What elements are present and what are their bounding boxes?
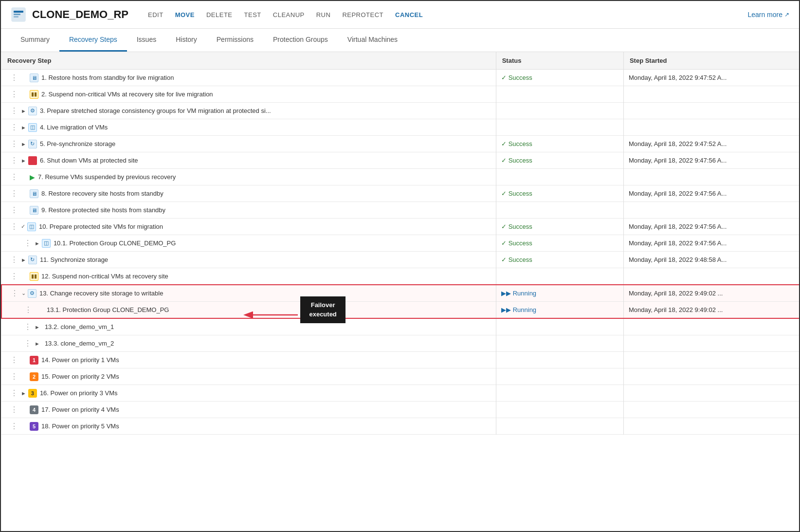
drag-handle[interactable]: ⋮ [10, 106, 18, 115]
started-cell: Monday, April 18, 2022 9:47:56 A... [623, 185, 799, 202]
tab-issues[interactable]: Issues [127, 29, 166, 52]
step-text: 4. Live migration of VMs [40, 124, 108, 131]
expand-icon[interactable]: ► [21, 158, 26, 164]
tab-permissions[interactable]: Permissions [207, 29, 263, 52]
tab-history[interactable]: History [166, 29, 207, 52]
nav-test[interactable]: TEST [244, 9, 261, 20]
started-cell [623, 368, 799, 385]
status-success: ✓Success [501, 256, 618, 263]
expand-icon[interactable]: ► [21, 125, 26, 130]
started-cell: Monday, April 18, 2022 9:47:56 A... [623, 219, 799, 235]
drag-handle[interactable]: ⋮ [10, 189, 18, 198]
status-cell [496, 352, 623, 368]
started-cell [623, 119, 799, 136]
step-cell: ⋮ 🖥 1. Restore hosts from standby for li… [1, 70, 496, 86]
expand-icon[interactable]: ► [35, 341, 40, 347]
status-cell [496, 418, 623, 435]
step-cell: ⋮ ► ◫ 10.1. Protection Group CLONE_DEMO_… [1, 235, 496, 252]
step-row-content: ⋮ ► 3 16. Power on priority 3 VMs [6, 388, 491, 398]
started-cell [623, 402, 799, 418]
step-row-content: ⋮ 🖥 1. Restore hosts from standby for li… [6, 73, 491, 82]
expand-icon[interactable]: ► [21, 108, 26, 114]
check-icon: ✓ [501, 140, 507, 147]
started-cell: Monday, April 18, 2022 9:47:52 A... [623, 70, 799, 86]
tab-summary[interactable]: Summary [11, 29, 59, 52]
vm-icon: ◫ [27, 222, 36, 231]
step-row-content: ⋮ ► ◫ 4. Live migration of VMs [6, 123, 491, 132]
drag-handle[interactable]: ⋮ [10, 139, 18, 148]
nav-move[interactable]: MOVE [175, 9, 195, 20]
started-cell: Monday, April 18, 2022 9:49:02 ... [623, 302, 799, 319]
step-row-content: ⋮ ▮▮ 2. Suspend non-critical VMs at reco… [6, 90, 491, 99]
nav-cancel[interactable]: CANCEL [395, 9, 423, 20]
tab-protection-groups[interactable]: Protection Groups [263, 29, 338, 52]
expand-icon[interactable]: ► [21, 390, 26, 396]
table-row: ⋮ ► ◫ 10.1. Protection Group CLONE_DEMO_… [1, 235, 799, 252]
drag-handle[interactable]: ⋮ [10, 172, 18, 182]
drag-handle[interactable]: ⋮ [10, 405, 18, 414]
nav-run[interactable]: RUN [316, 9, 331, 20]
tab-virtual-machines[interactable]: Virtual Machines [338, 29, 407, 52]
server-icon: 🖥 [30, 73, 38, 82]
annotation-arrow [242, 306, 300, 324]
step-text: 8. Restore recovery site hosts from stan… [41, 190, 164, 197]
table-row: ⋮ 🖥 1. Restore hosts from standby for li… [1, 70, 799, 86]
expand-icon[interactable]: ► [21, 257, 26, 263]
svg-rect-3 [14, 16, 18, 18]
collapse-icon[interactable]: ⌄ [21, 290, 26, 296]
status-cell [496, 318, 623, 335]
status-cell [496, 268, 623, 285]
step-cell: ⋮ 🖥 8. Restore recovery site hosts from … [1, 185, 496, 202]
drag-handle[interactable]: ⋮ [24, 339, 32, 348]
table-row: ⋮ ► 13.2. clone_demo_vm_1 [1, 318, 799, 335]
drag-handle[interactable]: ⋮ [10, 255, 18, 264]
pause-icon: ▮▮ [30, 272, 38, 281]
drag-handle[interactable]: ⋮ [10, 156, 18, 165]
external-link-icon: ↗ [784, 11, 789, 18]
step-cell: ⋮ 1 14. Power on priority 1 VMs [1, 352, 496, 368]
drag-handle[interactable]: ⋮ [11, 289, 18, 298]
drag-handle[interactable]: ⋮ [10, 422, 18, 431]
drag-handle[interactable]: ⋮ [10, 73, 18, 82]
table-row: ⋮ ► ↻ 5. Pre-synchronize storage ✓Succes… [1, 136, 799, 152]
learn-more-link[interactable]: Learn more ↗ [747, 11, 789, 18]
expand-icon[interactable]: ► [21, 141, 26, 147]
drag-handle[interactable]: ⋮ [10, 372, 18, 381]
drag-handle[interactable]: ⋮ [24, 305, 32, 314]
drag-handle[interactable]: ⋮ [10, 222, 18, 231]
nav-edit[interactable]: EDIT [148, 9, 164, 20]
step-cell: ⋮ ► ⚙ 3. Prepare stretched storage consi… [1, 103, 496, 119]
expand-icon[interactable]: ► [35, 324, 40, 330]
step-row-content: ⋮ ► 13.3. clone_demo_vm_2 [6, 339, 491, 348]
drag-handle[interactable]: ⋮ [10, 123, 18, 132]
step-row-content: ⋮ ▮▮ 12. Suspend non-critical VMs at rec… [6, 272, 491, 281]
step-cell: ⋮ 13.1. Protection Group CLONE_DEMO_PG F… [1, 302, 496, 319]
status-success: ✓Success [501, 223, 618, 230]
nav-delete[interactable]: DELETE [206, 9, 233, 20]
step-row-content: ⋮ ▶ 7. Resume VMs suspended by previous … [6, 172, 491, 182]
tab-recovery-steps[interactable]: Recovery Steps [59, 29, 127, 52]
drag-handle[interactable]: ⋮ [10, 355, 18, 365]
status-running: ▶▶Running [501, 306, 618, 313]
step-text: 17. Power on priority 4 VMs [41, 406, 119, 413]
drag-handle[interactable]: ⋮ [10, 205, 18, 215]
pause-icon: ▮▮ [30, 90, 38, 99]
step-row-content: ⋮ ► 6. Shut down VMs at protected site [6, 156, 491, 165]
drag-handle[interactable]: ⋮ [24, 238, 32, 248]
drag-handle[interactable]: ⋮ [10, 90, 18, 99]
started-cell [623, 385, 799, 402]
drag-handle[interactable]: ⋮ [10, 272, 18, 281]
drag-handle[interactable]: ⋮ [24, 322, 32, 331]
table-row: ⋮ 🖥 8. Restore recovery site hosts from … [1, 185, 799, 202]
expand-icon[interactable]: ► [35, 240, 40, 246]
started-cell: Monday, April 18, 2022 9:48:58 A... [623, 252, 799, 268]
started-cell [623, 335, 799, 352]
status-cell: ✓Success [496, 152, 623, 169]
sync-icon: ↻ [28, 256, 37, 264]
step-text: 10. Prepare protected site VMs for migra… [39, 223, 163, 230]
collapse-icon[interactable]: ✓ [21, 223, 25, 230]
nav-reprotect[interactable]: REPROTECT [342, 9, 383, 20]
drag-handle[interactable]: ⋮ [10, 388, 18, 398]
nav-cleanup[interactable]: CLEANUP [273, 9, 305, 20]
step-cell: ⋮ ► ◫ 4. Live migration of VMs [1, 119, 496, 136]
